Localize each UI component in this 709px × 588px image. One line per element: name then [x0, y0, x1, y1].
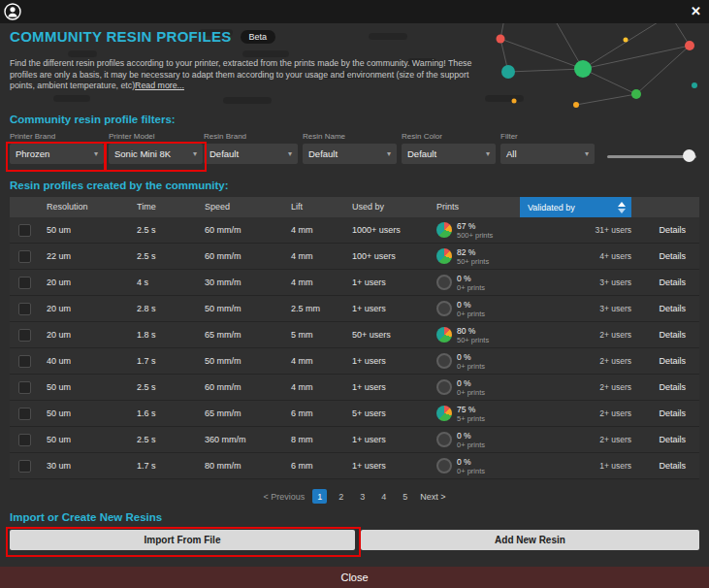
details-link[interactable]: Details	[630, 270, 686, 295]
user-account-icon[interactable]	[4, 3, 21, 20]
prints-count-value: 0+ prints	[457, 467, 485, 475]
speed-value: 65 mm/m	[205, 401, 242, 426]
details-link[interactable]: Details	[630, 375, 686, 400]
column-header-validated-by[interactable]: Validated by	[520, 197, 631, 217]
row-checkbox[interactable]	[18, 277, 31, 289]
lift-value: 2.5 mm	[291, 296, 320, 321]
validated-by-value: 2+ users	[549, 427, 631, 452]
time-value: 1.8 s	[137, 322, 156, 347]
row-checkbox[interactable]	[18, 329, 31, 342]
time-value: 1.7 s	[137, 348, 156, 374]
row-checkbox[interactable]	[18, 434, 31, 446]
prints-pie-icon	[436, 379, 452, 395]
filter-select-resin-brand[interactable]: Default▾	[204, 144, 298, 164]
row-checkbox[interactable]	[18, 355, 31, 368]
table-row: 20 um2.8 s50 mm/m2.5 mm1+ users0 %0+ pri…	[10, 296, 699, 322]
used-by-value: 1+ users	[352, 270, 386, 295]
filter-select-filter[interactable]: All▾	[500, 144, 595, 164]
next-page-button[interactable]: Next >	[420, 492, 445, 502]
filter-label-filter: Filter	[500, 132, 595, 141]
sort-down-icon	[618, 209, 626, 213]
details-link[interactable]: Details	[630, 401, 686, 426]
row-checkbox[interactable]	[18, 460, 31, 473]
table-row: 50 um2.5 s360 mm/m8 mm1+ users0 %0+ prin…	[10, 427, 699, 453]
resolution-value: 50 um	[47, 401, 71, 426]
details-link[interactable]: Details	[630, 217, 686, 243]
chevron-down-icon: ▾	[94, 149, 98, 158]
page-buttons: 12345	[312, 489, 412, 504]
success-rate-value: 82 %	[457, 247, 489, 257]
table-heading: Resin profiles created by the community:	[10, 180, 229, 191]
prints-pie-icon	[436, 222, 452, 238]
page-button-1[interactable]: 1	[312, 489, 327, 504]
details-link[interactable]: Details	[630, 296, 686, 321]
used-by-value: 100+ users	[352, 244, 396, 269]
speed-value: 65 mm/m	[205, 322, 242, 347]
prints-count-value: 50+ prints	[457, 257, 489, 266]
lift-value: 4 mm	[291, 270, 313, 295]
column-header-lift: Lift	[291, 197, 303, 217]
validated-by-value: 1+ users	[549, 453, 631, 478]
page-button-5[interactable]: 5	[398, 489, 412, 504]
row-checkbox[interactable]	[18, 408, 31, 420]
row-checkbox[interactable]	[18, 250, 31, 263]
filter-label-printer-model: Printer Model	[109, 132, 203, 141]
time-value: 2.8 s	[137, 296, 156, 321]
filter-select-resin-name[interactable]: Default▾	[303, 144, 397, 164]
filter-label-resin-brand: Resin Brand	[204, 132, 298, 141]
filter-label-resin-color: Resin Color	[402, 132, 496, 141]
filter-slider[interactable]	[607, 149, 696, 163]
prints-count-value: 0+ prints	[457, 310, 485, 318]
time-value: 4 s	[137, 270, 148, 295]
filter-select-printer-brand[interactable]: Phrozen▾	[10, 144, 104, 164]
details-link[interactable]: Details	[630, 244, 686, 269]
table-row: 50 um2.5 s60 mm/m4 mm1+ users0 %0+ print…	[10, 375, 699, 401]
description-body: Find the different resin profiles accord…	[10, 58, 471, 90]
filter-select-printer-model[interactable]: Sonic Mini 8K▾	[109, 144, 203, 164]
validated-by-value: 2+ users	[549, 348, 631, 374]
read-more-link[interactable]: Read more...	[135, 81, 184, 90]
prints-stats: 80 %50+ prints	[457, 326, 489, 344]
table-row: 22 um2.5 s60 mm/m4 mm100+ users82 %50+ p…	[10, 244, 699, 270]
prints-count-value: 500+ prints	[457, 231, 493, 240]
details-link[interactable]: Details	[630, 322, 686, 347]
filter-select-resin-color[interactable]: Default▾	[402, 144, 496, 164]
page-button-3[interactable]: 3	[355, 489, 370, 504]
select-value: Phrozen	[16, 148, 49, 159]
prints-stats: 82 %50+ prints	[457, 247, 489, 266]
success-rate-value: 0 %	[457, 457, 485, 467]
close-icon[interactable]: ✕	[691, 4, 701, 19]
success-rate-value: 75 %	[457, 405, 485, 414]
resin-profiles-table: Resolution Time Speed Lift Used by Print…	[10, 197, 699, 479]
used-by-value: 1000+ users	[352, 217, 401, 243]
validated-by-label: Validated by	[528, 203, 575, 212]
sort-arrows-icon[interactable]	[618, 202, 626, 213]
filter-field-printer-brand: Printer BrandPhrozen▾	[10, 132, 104, 164]
row-checkbox[interactable]	[18, 303, 31, 315]
chevron-down-icon: ▾	[387, 149, 391, 158]
prints-pie-icon	[436, 458, 452, 474]
success-rate-value: 0 %	[457, 378, 485, 388]
details-link[interactable]: Details	[630, 348, 686, 374]
time-value: 2.5 s	[137, 427, 156, 452]
previous-page-button[interactable]: < Previous	[263, 492, 305, 502]
import-from-file-button[interactable]: Import From File	[10, 530, 355, 550]
success-rate-value: 67 %	[457, 221, 493, 231]
page-button-2[interactable]: 2	[334, 489, 348, 504]
row-checkbox[interactable]	[18, 381, 31, 394]
details-link[interactable]: Details	[630, 453, 686, 478]
speed-value: 30 mm/m	[205, 270, 242, 295]
resolution-value: 22 um	[47, 244, 71, 269]
row-checkbox[interactable]	[18, 224, 31, 237]
page-button-4[interactable]: 4	[376, 489, 391, 504]
prints-stats: 0 %0+ prints	[457, 274, 485, 292]
slider-knob[interactable]	[683, 149, 695, 162]
dialog-header: COMMUNITY RESIN PROFILES Beta	[10, 28, 275, 45]
add-new-resin-button[interactable]: Add New Resin	[361, 530, 699, 550]
sort-up-icon	[618, 202, 626, 207]
used-by-value: 5+ users	[352, 401, 386, 426]
close-button[interactable]: Close	[0, 567, 709, 588]
speed-value: 60 mm/m	[205, 244, 242, 269]
lift-value: 5 mm	[291, 322, 313, 347]
details-link[interactable]: Details	[630, 427, 686, 452]
